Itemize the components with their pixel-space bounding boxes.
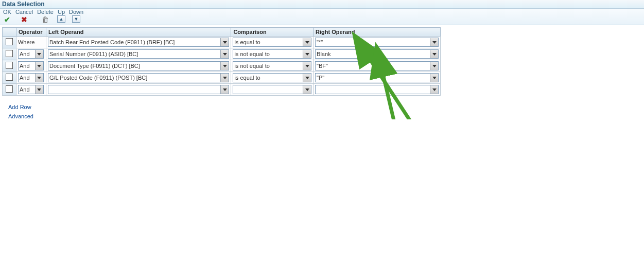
- row-checkbox[interactable]: [6, 38, 13, 45]
- table-row: AndDocument Type (F0911) (DCT) [BC]is no…: [3, 60, 441, 72]
- toolbar: OK ✔ Cancel ✖ Delete 🗑 Up ▲ Down ▼: [0, 9, 644, 25]
- operator-cell: And: [16, 84, 46, 96]
- chevron-down-icon: [303, 38, 311, 46]
- links-area: Add Row Advanced: [0, 98, 644, 119]
- table-row: And: [3, 84, 441, 96]
- chevron-down-icon: [430, 85, 438, 94]
- chevron-down-icon: [35, 85, 43, 94]
- up-button[interactable]: Up ▲: [57, 9, 66, 24]
- cancel-button[interactable]: Cancel ✖: [14, 9, 34, 24]
- right-operand-cell: "BF": [314, 60, 441, 72]
- comparison-select[interactable]: [233, 85, 311, 94]
- right-operand-select[interactable]: "P": [315, 73, 439, 82]
- comparison-value: is not equal to: [233, 62, 303, 69]
- operator-cell: And: [16, 72, 46, 84]
- left-operand-value: Document Type (F0911) (DCT) [BC]: [48, 62, 220, 69]
- check-icon: ✔: [3, 15, 12, 24]
- chevron-down-icon: [430, 74, 438, 82]
- header-select: [3, 28, 16, 37]
- left-operand-cell: Serial Number (F0911) (ASID) [BC]: [46, 48, 231, 60]
- operator-value: And: [19, 50, 35, 58]
- operator-select[interactable]: And: [18, 85, 44, 94]
- page-title: Data Selection: [0, 0, 644, 9]
- right-operand-cell: [314, 84, 441, 96]
- row-checkbox[interactable]: [6, 50, 13, 57]
- right-operand-value: [316, 89, 430, 90]
- comparison-cell: is not equal to: [231, 60, 314, 72]
- row-checkbox[interactable]: [6, 74, 13, 81]
- table-row: AndSerial Number (F0911) (ASID) [BC]is n…: [3, 48, 441, 60]
- comparison-value: is equal to: [233, 39, 303, 46]
- right-operand-select[interactable]: Blank: [315, 49, 439, 59]
- right-operand-cell: "*": [314, 37, 441, 48]
- operator-select[interactable]: And: [18, 73, 44, 82]
- add-row-link[interactable]: Add Row: [8, 104, 644, 110]
- comparison-cell: is equal to: [231, 72, 314, 84]
- operator-text: Where: [18, 39, 34, 45]
- right-operand-select[interactable]: [315, 85, 439, 94]
- comparison-select[interactable]: is equal to: [233, 73, 311, 82]
- left-operand-select[interactable]: G/L Posted Code (F0911) (POST) [BC]: [48, 73, 229, 82]
- comparison-select[interactable]: is not equal to: [233, 49, 311, 59]
- chevron-down-icon: [430, 62, 438, 70]
- comparison-select[interactable]: is not equal to: [233, 61, 311, 70]
- left-operand-select[interactable]: Batch Rear End Posted Code (F0911) (BRE)…: [48, 38, 229, 47]
- comparison-value: is not equal to: [233, 50, 303, 58]
- chevron-up-icon: ▲: [57, 15, 65, 23]
- operator-select[interactable]: And: [18, 49, 44, 59]
- advanced-link[interactable]: Advanced: [8, 113, 644, 119]
- trash-icon: 🗑: [41, 15, 50, 24]
- chevron-down-icon: [303, 85, 311, 94]
- right-operand-value: "*": [316, 39, 430, 46]
- operator-value: And: [19, 74, 35, 81]
- chevron-down-icon: [220, 74, 229, 82]
- ok-button[interactable]: OK ✔: [2, 9, 12, 24]
- left-operand-cell: [46, 84, 231, 96]
- header-right: Right Operand: [314, 28, 441, 37]
- right-operand-value: "P": [316, 74, 430, 81]
- right-operand-cell: Blank: [314, 48, 441, 60]
- delete-label: Delete: [36, 9, 55, 15]
- left-operand-select[interactable]: Document Type (F0911) (DCT) [BC]: [48, 61, 229, 70]
- header-operator: Operator: [16, 28, 46, 37]
- left-operand-select[interactable]: [48, 85, 229, 94]
- operator-value: And: [19, 86, 35, 93]
- left-operand-value: Serial Number (F0911) (ASID) [BC]: [48, 50, 220, 58]
- right-operand-select[interactable]: "BF": [315, 61, 439, 70]
- left-operand-cell: Batch Rear End Posted Code (F0911) (BRE)…: [46, 37, 231, 48]
- chevron-down-icon: [35, 62, 43, 70]
- cancel-label: Cancel: [14, 9, 34, 15]
- comparison-cell: is not equal to: [231, 48, 314, 60]
- comparison-select[interactable]: is equal to: [233, 38, 311, 47]
- chevron-down-icon: [220, 62, 229, 70]
- left-operand-value: [48, 89, 220, 90]
- comparison-value: is equal to: [233, 74, 303, 81]
- comparison-cell: [231, 84, 314, 96]
- left-operand-value: Batch Rear End Posted Code (F0911) (BRE)…: [48, 39, 220, 46]
- close-icon: ✖: [20, 15, 29, 24]
- left-operand-select[interactable]: Serial Number (F0911) (ASID) [BC]: [48, 49, 229, 59]
- row-checkbox[interactable]: [6, 85, 13, 93]
- operator-cell: And: [16, 60, 46, 72]
- chevron-down-icon: [430, 38, 438, 46]
- right-operand-select[interactable]: "*": [315, 38, 439, 47]
- header-comparison: Comparison: [231, 28, 314, 37]
- chevron-down-icon: [303, 62, 311, 70]
- delete-button[interactable]: Delete 🗑: [36, 9, 55, 24]
- chevron-down-icon: [220, 85, 229, 94]
- row-checkbox[interactable]: [6, 62, 13, 69]
- row-select-cell: [3, 84, 16, 96]
- row-select-cell: [3, 48, 16, 60]
- chevron-down-icon: [35, 50, 43, 58]
- down-button[interactable]: Down ▼: [68, 9, 84, 24]
- row-select-cell: [3, 60, 16, 72]
- operator-select[interactable]: And: [18, 61, 44, 70]
- operator-value: And: [19, 62, 35, 69]
- criteria-table: Operator Left Operand Comparison Right O…: [2, 27, 441, 96]
- ok-label: OK: [2, 9, 12, 15]
- comparison-value: [233, 89, 303, 90]
- row-select-cell: [3, 37, 16, 48]
- chevron-down-icon: [220, 38, 229, 46]
- left-operand-cell: Document Type (F0911) (DCT) [BC]: [46, 60, 231, 72]
- table-row: AndG/L Posted Code (F0911) (POST) [BC]is…: [3, 72, 441, 84]
